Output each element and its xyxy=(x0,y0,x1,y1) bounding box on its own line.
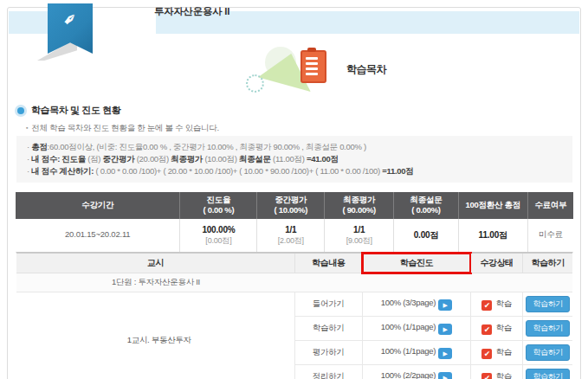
play-icon[interactable]: ▶ xyxy=(438,348,452,359)
section-subtitle: ▪전체 학습 목차와 진도 현황을 한 눈에 볼 수 있습니다. xyxy=(26,123,219,134)
action-cell: 학습하기 xyxy=(523,292,572,317)
status-cell: ✔학습 xyxy=(471,341,523,365)
content-label: 평가하기 xyxy=(294,341,362,365)
learn-button[interactable]: 학습하기 xyxy=(526,320,569,337)
toc-banner: 학습목차 xyxy=(241,47,405,95)
col-survey: 최종설문( 0.00%) xyxy=(394,192,459,219)
pen-nib-icon: ✒ xyxy=(47,0,94,42)
summary-line: · 내 점수 계산하기: ( 0.00 * 0.00 /100)+ ( 20.0… xyxy=(27,165,562,177)
bullet-icon xyxy=(17,107,24,114)
course-summary-table: 수강기간 진도율( 0.00 %) 중간평가( 10.00%) 최종평가( 90… xyxy=(16,192,573,253)
learn-button[interactable]: 학습하기 xyxy=(526,296,569,312)
status-cell: ✔학습 xyxy=(471,365,523,379)
section-header: 학습목차 및 진도 현황 xyxy=(17,104,120,117)
action-cell: 학습하기 xyxy=(523,341,572,365)
progress-cell: 100% (2/2page)▶ xyxy=(362,365,470,379)
checkbox-checked-icon: ✔ xyxy=(481,349,492,359)
col-content: 학습내용 xyxy=(294,253,362,273)
progress-cell: 100% (1/1page)▶ xyxy=(362,341,470,365)
summary-line: · 내 점수: 진도율 (점) 중간평가 (20.00점) 최종평가 (10.0… xyxy=(27,153,562,165)
progress-value: 100.00%[0.00점] xyxy=(180,219,257,253)
checkbox-checked-icon: ✔ xyxy=(481,300,492,311)
progress-cell: 100% (1/1page)▶ xyxy=(362,317,470,341)
col-completion: 수료여부 xyxy=(527,192,573,219)
summary-line: · 총점:60.00점이상, (비중: 진도율0.00 % , 중간평가 10.… xyxy=(27,141,562,153)
play-icon[interactable]: ▶ xyxy=(438,299,452,311)
lesson-row: 1교시. 부동산투자 들어가기 100% (3/3page)▶ ✔학습 학습하기 xyxy=(16,292,572,317)
checkbox-checked-icon: ✔ xyxy=(481,373,492,379)
col-learn-action: 학습하기 xyxy=(523,253,572,273)
toc-banner-label: 학습목차 xyxy=(346,62,386,77)
decor-dotted-circle xyxy=(246,74,264,93)
content-label: 학습하기 xyxy=(294,317,362,341)
course-table-row: 20.01.15~20.02.11 100.00%[0.00점] 1/1[2.0… xyxy=(16,219,573,253)
lesson-table-header-row: 교시 학습내용 학습진도 수강상태 학습하기 xyxy=(16,253,572,273)
col-attend-status: 수강상태 xyxy=(471,253,523,273)
clipboard-icon xyxy=(300,50,326,83)
action-cell: 학습하기 xyxy=(523,317,572,341)
play-icon[interactable]: ▶ xyxy=(438,324,452,335)
course-badge: ✒ xyxy=(48,3,96,59)
action-cell: 학습하기 xyxy=(523,365,572,379)
learn-button[interactable]: 학습하기 xyxy=(526,369,569,379)
total-value: 11.00점 xyxy=(458,219,527,253)
progress-cell: 100% (3/3page)▶ xyxy=(362,292,470,317)
col-final: 최종평가( 90.00%) xyxy=(325,192,394,219)
col-lesson: 교시 xyxy=(16,253,294,273)
col-period: 수강기간 xyxy=(16,192,180,219)
status-cell: ✔학습 xyxy=(471,292,523,317)
survey-value: 0.00점 xyxy=(394,219,459,253)
status-cell: ✔학습 xyxy=(471,317,523,341)
lesson-list-table: 교시 학습내용 학습진도 수강상태 학습하기 1단원 : 투자자산운용사 II … xyxy=(16,252,572,379)
col-progress: 진도율( 0.00 %) xyxy=(180,192,257,219)
final-value: 1/1[9.00점] xyxy=(325,219,394,253)
col-learn-progress: 학습진도 xyxy=(362,253,470,273)
col-midterm: 중간평가( 10.00%) xyxy=(257,192,325,219)
sub-bullet-icon: ▪ xyxy=(26,125,28,131)
completion-status: 미수료 xyxy=(527,219,573,253)
midterm-value: 1/1[2.00점] xyxy=(257,219,325,253)
lesson-name: 1교시. 부동산투자 xyxy=(16,292,294,379)
unit-label: 1단원 : 투자자산운용사 II xyxy=(17,277,294,288)
period-value: 20.01.15~20.02.11 xyxy=(16,219,180,253)
content-label: 정리하기 xyxy=(294,365,362,379)
content-label: 들어가기 xyxy=(294,292,362,317)
course-table-header-row: 수강기간 진도율( 0.00 %) 중간평가( 10.00%) 최종평가( 90… xyxy=(16,192,573,219)
col-total: 100점환산 총점 xyxy=(458,192,527,219)
checkbox-checked-icon: ✔ xyxy=(481,324,492,335)
play-icon[interactable]: ▶ xyxy=(438,372,452,379)
score-summary-box: · 총점:60.00점이상, (비중: 진도율0.00 % , 중간평가 10.… xyxy=(16,136,572,183)
unit-row: 1단원 : 투자자산운용사 II xyxy=(16,273,572,292)
section-title: 학습목차 및 진도 현황 xyxy=(31,104,120,117)
learn-button[interactable]: 학습하기 xyxy=(526,344,569,361)
course-title: 투자자산운용사 II xyxy=(154,5,229,18)
